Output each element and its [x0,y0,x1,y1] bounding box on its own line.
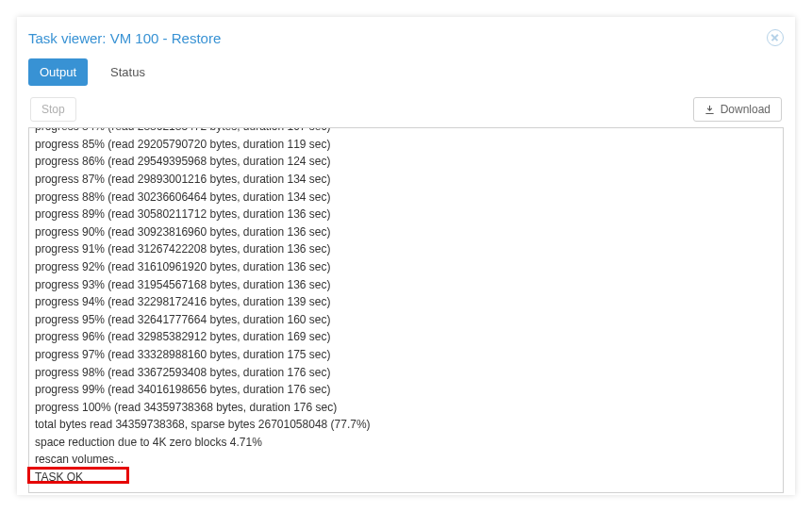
log-line: total bytes read 34359738368, sparse byt… [35,416,784,434]
tab-output[interactable]: Output [28,58,88,86]
log-line: TASK OK [35,469,784,487]
log-line: progress 89% (read 30580211712 bytes, du… [35,206,784,223]
tab-status[interactable]: Status [99,58,157,86]
log-line: progress 86% (read 29549395968 bytes, du… [35,153,784,171]
log-line: progress 95% (read 32641777664 bytes, du… [35,311,784,329]
log-line: progress 90% (read 30923816960 bytes, du… [35,223,784,241]
log-inner: progress 82% (read 28175040512 bytes, du… [29,127,784,492]
log-line: progress 91% (read 31267422208 bytes, du… [35,240,784,258]
log-line: progress 99% (read 34016198656 bytes, du… [35,381,784,399]
log-line: progress 92% (read 31610961920 bytes, du… [35,258,784,276]
log-line: rescan volumes... [35,451,784,469]
title-bar: Task viewer: VM 100 - Restore [28,25,784,51]
log-line: progress 84% (read 28862185472 bytes, du… [35,127,784,136]
toolbar: Stop Download [28,97,784,122]
log-line: progress 94% (read 32298172416 bytes, du… [35,293,784,311]
download-icon [704,105,715,115]
log-line: progress 98% (read 33672593408 bytes, du… [35,364,784,382]
tab-row: Output Status [28,58,784,86]
log-line: progress 96% (read 32985382912 bytes, du… [35,328,784,346]
log-line: progress 93% (read 31954567168 bytes, du… [35,276,784,294]
task-viewer-window: Task viewer: VM 100 - Restore Output Sta… [17,17,795,495]
stop-button[interactable]: Stop [30,97,76,122]
download-label: Download [721,103,771,116]
log-output[interactable]: progress 82% (read 28175040512 bytes, du… [28,127,784,493]
log-line: progress 97% (read 33328988160 bytes, du… [35,346,784,364]
log-line: progress 88% (read 30236606464 bytes, du… [35,189,784,206]
log-line: progress 100% (read 34359738368 bytes, d… [35,399,784,417]
log-line: progress 85% (read 29205790720 bytes, du… [35,136,784,154]
window-title: Task viewer: VM 100 - Restore [28,30,221,46]
log-line: space reduction due to 4K zero blocks 4.… [35,434,784,452]
close-icon[interactable] [767,29,784,46]
download-button[interactable]: Download [693,97,782,122]
log-line: progress 87% (read 29893001216 bytes, du… [35,171,784,189]
